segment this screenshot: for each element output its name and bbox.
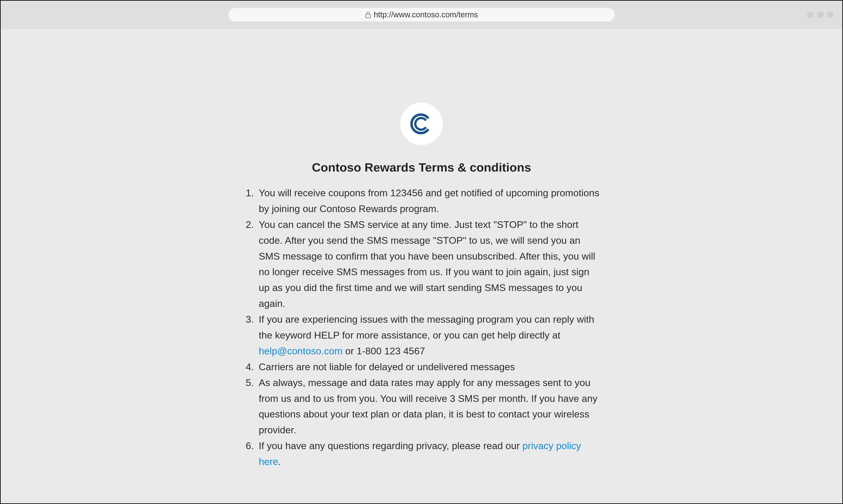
terms-text: If you are experiencing issues with the …	[259, 314, 594, 341]
terms-text: You can cancel the SMS service at any ti…	[259, 219, 595, 309]
address-bar-url: http://www.contoso.com/terms	[374, 10, 478, 19]
help-email-link[interactable]: help@contoso.com	[259, 345, 343, 357]
terms-item: If you are experiencing issues with the …	[257, 312, 600, 359]
terms-item: You will receive coupons from 123456 and…	[257, 185, 600, 217]
lock-icon	[365, 11, 371, 18]
terms-list: You will receive coupons from 123456 and…	[243, 185, 600, 470]
address-bar[interactable]: http://www.contoso.com/terms	[228, 8, 615, 21]
terms-text: You will receive coupons from 123456 and…	[259, 187, 599, 214]
svg-rect-0	[366, 14, 370, 18]
page-title: Contoso Rewards Terms & conditions	[312, 160, 531, 174]
terms-item: As always, message and data rates may ap…	[257, 375, 600, 438]
terms-item: If you have any questions regarding priv…	[257, 438, 600, 470]
terms-text: Carriers are not liable for delayed or u…	[259, 361, 515, 372]
minimize-button[interactable]	[807, 12, 814, 18]
logo	[400, 103, 443, 145]
maximize-button[interactable]	[817, 12, 824, 18]
contoso-logo-icon	[409, 112, 434, 136]
terms-text: As always, message and data rates may ap…	[259, 377, 598, 436]
page-content: Contoso Rewards Terms & conditions You w…	[1, 29, 842, 503]
browser-window: http://www.contoso.com/terms Contoso Rew…	[0, 0, 843, 504]
close-button[interactable]	[827, 12, 834, 18]
terms-item: You can cancel the SMS service at any ti…	[257, 217, 600, 312]
terms-text: If you have any questions regarding priv…	[259, 440, 522, 451]
browser-toolbar: http://www.contoso.com/terms	[1, 1, 842, 29]
terms-item: Carriers are not liable for delayed or u…	[257, 359, 600, 375]
window-controls	[807, 12, 834, 18]
terms-text: or 1-800 123 4567	[343, 345, 425, 357]
terms-text: .	[278, 456, 281, 467]
